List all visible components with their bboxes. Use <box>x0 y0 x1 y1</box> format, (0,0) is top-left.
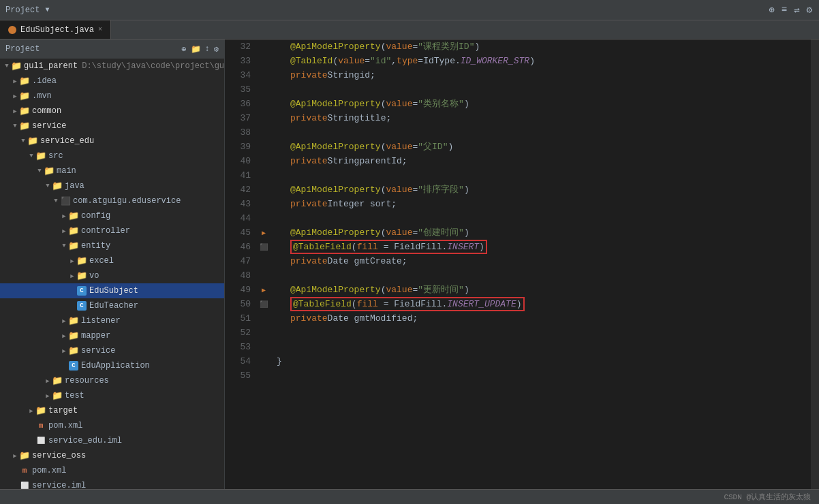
project-label: Project <box>5 5 40 15</box>
code-line-39: @ApiModelProperty(value = "父ID") <box>277 140 803 154</box>
label-edusubject: EduSubject <box>89 286 138 296</box>
tree-item-edusubject[interactable]: C EduSubject <box>0 283 224 298</box>
code-line-50: @TableField(fill = FieldFill.INSERT_UPDA… <box>277 297 803 311</box>
tree-item-service-iml[interactable]: ⬜ service.iml <box>0 478 224 489</box>
arrow-excel: ▶ <box>68 257 76 265</box>
highlighted-box-50: @TableField(fill = FieldFill.INSERT_UPDA… <box>290 297 525 311</box>
tree-item-eduapplication[interactable]: C EduApplication <box>0 358 224 373</box>
g-54 <box>259 354 268 368</box>
tree-item-config[interactable]: ▶ 📁 config <box>0 208 224 223</box>
folder-icon-mvn: 📁 <box>19 91 30 101</box>
tree-item-pom-service-edu[interactable]: m pom.xml <box>0 418 224 433</box>
sidebar-icon-4[interactable]: ⚙ <box>214 44 219 54</box>
tree-item-service-edu[interactable]: ▼ 📁 service_edu <box>0 133 224 148</box>
tree-item-listener[interactable]: ▶ 📁 listener <box>0 313 224 328</box>
arrow-main: ▼ <box>35 168 44 174</box>
arrow-listener: ▶ <box>60 317 68 325</box>
sidebar-icon-1[interactable]: ⊕ <box>181 44 186 54</box>
tree-item-guli-parent[interactable]: ▼ 📁 guli_parent D:\study\java\code\proje… <box>0 59 224 74</box>
tree-item-resources[interactable]: ▶ 📁 resources <box>0 373 224 388</box>
label-idea: .idea <box>32 76 57 86</box>
sidebar: Project ⊕ 📁 ↕ ⚙ ▼ 📁 guli_parent D:\study… <box>0 40 225 489</box>
folder-icon-vo: 📁 <box>76 270 87 281</box>
sidebar-icon-3[interactable]: ↕ <box>205 44 210 54</box>
active-tab[interactable]: EduSubject.java × <box>0 20 111 39</box>
folder-icon-target: 📁 <box>35 405 46 416</box>
add-icon[interactable]: ⊕ <box>767 3 775 17</box>
tree-item-service-edu-iml[interactable]: ⬜ service_edu.iml <box>0 433 224 448</box>
arrow-java: ▼ <box>44 183 52 189</box>
folder-icon-main: 📁 <box>44 166 55 176</box>
dropdown-arrow: ▼ <box>45 6 49 14</box>
label-pom-edu: pom.xml <box>48 421 82 430</box>
ln-44: 44 <box>225 211 251 225</box>
g-51 <box>259 311 268 326</box>
code-line-37: private String title; <box>277 111 803 125</box>
arrow-package: ▼ <box>52 198 60 204</box>
tree-item-service-oss[interactable]: ▶ 📁 service_oss <box>0 448 224 463</box>
tree-item-entity[interactable]: ▼ 📁 entity <box>0 238 224 253</box>
paren-32: ( <box>381 40 386 54</box>
tree-item-controller[interactable]: ▶ 📁 controller <box>0 223 224 238</box>
label-main: main <box>57 166 76 176</box>
code-scroll[interactable]: @ApiModelProperty(value = "课程类别ID") @Tab… <box>268 40 811 489</box>
tree-item-test[interactable]: ▶ 📁 test <box>0 388 224 403</box>
main-layout: Project ⊕ 📁 ↕ ⚙ ▼ 📁 guli_parent D:\study… <box>0 40 819 489</box>
tree-item-vo[interactable]: ▶ 📁 vo <box>0 268 224 283</box>
arrow-entity: ▼ <box>60 242 68 249</box>
class-icon <box>8 26 16 34</box>
arrow-idea: ▶ <box>11 78 19 85</box>
tree-item-excel[interactable]: ▶ 📁 excel <box>0 253 224 268</box>
ln-39: 39 <box>225 140 251 154</box>
tree-item-service-sub[interactable]: ▶ 📁 service <box>0 343 224 358</box>
tree-item-mvn[interactable]: ▶ 📁 .mvn <box>0 89 224 104</box>
folder-icon-java: 📁 <box>52 180 63 191</box>
ln-36: 36 <box>225 97 251 111</box>
tree-item-target[interactable]: ▶ 📁 target <box>0 403 224 418</box>
g-48 <box>259 268 268 283</box>
highlighted-box-46: @TableField(fill = FieldFill.INSERT) <box>290 240 487 254</box>
label-package: com.atguigu.eduservice <box>73 196 181 206</box>
ln-54: 54 <box>225 354 251 368</box>
arrow-mvn: ▶ <box>11 93 19 100</box>
list-icon[interactable]: ≡ <box>780 3 788 17</box>
tree-item-mapper[interactable]: ▶ 📁 mapper <box>0 328 224 343</box>
label-eduteacher: EduTeacher <box>89 301 138 311</box>
xml-icon-pom-service: m <box>19 465 30 476</box>
gear-icon[interactable]: ⚙ <box>805 3 814 17</box>
sidebar-icon-2[interactable]: 📁 <box>191 44 201 54</box>
code-line-46: @TableField(fill = FieldFill.INSERT) <box>277 240 803 254</box>
tree-item-pom-service[interactable]: m pom.xml <box>0 463 224 478</box>
tab-close-button[interactable]: × <box>98 26 102 33</box>
tree-item-service[interactable]: ▼ 📁 service <box>0 119 224 133</box>
g-55 <box>259 368 268 383</box>
g-32 <box>259 40 268 54</box>
label-service-oss: service_oss <box>32 451 86 460</box>
label-listener: listener <box>81 316 121 326</box>
sync-icon[interactable]: ⇌ <box>792 3 801 17</box>
folder-icon-config: 📁 <box>68 210 79 221</box>
arrow-src: ▼ <box>27 153 35 159</box>
tree-item-main[interactable]: ▼ 📁 main <box>0 163 224 178</box>
g-36 <box>259 97 268 111</box>
code-line-32: @ApiModelProperty(value = "课程类别ID") <box>277 40 803 54</box>
arrow-config: ▶ <box>60 212 68 220</box>
scrollbar[interactable] <box>811 40 819 489</box>
gutter: ▶ ⬛ ▶ ⬛ <box>259 40 268 489</box>
id-type-val: ID_WORKER_STR <box>461 54 529 68</box>
tree-item-common[interactable]: ▶ 📁 common <box>0 104 224 119</box>
tab-bar: EduSubject.java × <box>0 20 819 40</box>
ln-47: 47 <box>225 254 251 268</box>
ln-53: 53 <box>225 340 251 354</box>
tree-item-package[interactable]: ▼ ⬛ com.atguigu.eduservice <box>0 193 224 208</box>
label-service-edu-iml: service_edu.iml <box>48 436 122 445</box>
ln-37: 37 <box>225 111 251 125</box>
folder-icon-test: 📁 <box>52 390 63 401</box>
g-43 <box>259 197 268 211</box>
tree-item-idea[interactable]: ▶ 📁 .idea <box>0 74 224 89</box>
tree-item-src[interactable]: ▼ 📁 src <box>0 148 224 163</box>
tree-item-java[interactable]: ▼ 📁 java <box>0 178 224 193</box>
code-line-44 <box>277 211 803 225</box>
code-line-35 <box>277 82 803 97</box>
tree-item-eduteacher[interactable]: C EduTeacher <box>0 298 224 313</box>
